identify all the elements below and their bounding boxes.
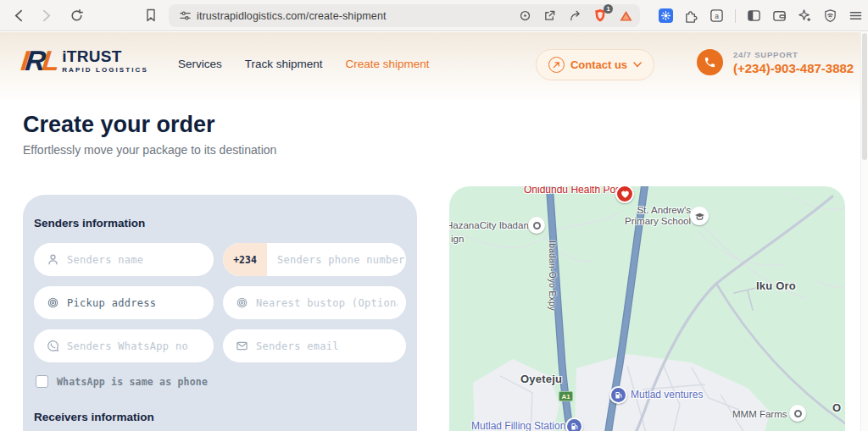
support-contact: 24/7 SUPPORT (+234)-903-487-3882	[697, 49, 854, 75]
support-label: 24/7 SUPPORT	[733, 50, 854, 59]
site-settings-icon[interactable]	[179, 9, 192, 22]
envelope-icon	[236, 340, 248, 352]
reload-button[interactable]	[70, 8, 84, 23]
toolbar-divider	[735, 9, 736, 23]
sidebar-toggle-icon[interactable]	[747, 8, 761, 23]
page-scrollbar[interactable]	[860, 31, 868, 431]
site-header: IRL iTRUST RAPID LOGISTICS Services Trac…	[0, 32, 868, 100]
settings-extension-icon[interactable]	[659, 8, 673, 23]
target-location-icon	[47, 296, 59, 309]
map-label-mmm-farms: MMM Farms	[732, 409, 787, 420]
senders-phone-input[interactable]	[267, 243, 406, 276]
open-in-new-icon[interactable]	[543, 9, 556, 22]
phone-prefix: +234	[223, 243, 267, 276]
google-map[interactable]: Onidundu Health Post St. Andrew'sPrimary…	[449, 186, 845, 431]
triangle-extension-icon[interactable]	[619, 9, 633, 23]
logo-wordmark: iTRUST RAPID LOGISTICS	[62, 48, 148, 74]
senders-name-field[interactable]	[34, 243, 214, 276]
extensions-bar: a	[659, 0, 863, 31]
vpn-shield-icon[interactable]	[823, 8, 837, 23]
senders-information-heading: Senders information	[34, 217, 406, 229]
page-subtitle: Effortlessly move your package to its de…	[23, 143, 276, 157]
wallet-icon[interactable]	[772, 8, 787, 23]
map-label-filling-station: Mutlad Filling Station	[471, 420, 565, 431]
brave-shield-icon[interactable]: 1	[593, 8, 607, 23]
shipment-form-card: Senders information +234	[23, 195, 417, 431]
senders-email-field[interactable]	[223, 329, 406, 362]
search-box-extension-icon[interactable]: a	[709, 8, 724, 23]
extensions-puzzle-icon[interactable]	[684, 8, 698, 23]
shield-badge: 1	[604, 4, 613, 14]
scrollbar-thumb[interactable]	[862, 33, 867, 160]
address-bar[interactable]: itrustrapidlogistics.com/create-shipment…	[169, 4, 640, 27]
site-logo[interactable]: IRL iTRUST RAPID LOGISTICS	[21, 47, 148, 75]
menu-hamburger-icon[interactable]	[849, 8, 863, 23]
whatsapp-same-row: WhatsApp is same as phone	[36, 375, 406, 388]
nearest-bustop-field[interactable]	[223, 286, 406, 319]
arrow-up-right-icon	[548, 57, 565, 73]
map-label-health-post: Onidundu Health Post	[524, 186, 623, 196]
phone-icon	[697, 49, 723, 75]
senders-whatsapp-field[interactable]	[34, 329, 214, 362]
receivers-information-heading: Receivers information	[34, 411, 406, 423]
logo-mark: IRL	[19, 47, 58, 75]
forward-button[interactable]	[39, 8, 53, 23]
chevron-down-icon	[633, 62, 642, 68]
filling-station-pin	[565, 417, 583, 431]
senders-email-input[interactable]	[256, 329, 398, 362]
person-icon	[47, 253, 59, 266]
mmm-farms-pin	[789, 405, 806, 422]
hazana-pin	[528, 217, 545, 234]
nav-create-shipment[interactable]: Create shipment	[346, 58, 430, 70]
browser-window: itrustrapidlogistics.com/create-shipment…	[0, 0, 868, 431]
bookmark-icon[interactable]	[144, 8, 159, 22]
search-ext-letter: a	[715, 12, 719, 20]
whatsapp-same-checkbox[interactable]	[36, 375, 48, 388]
support-phone-number[interactable]: (+234)-903-487-3882	[733, 61, 854, 75]
target-location-icon	[236, 296, 248, 309]
nav-services[interactable]: Services	[178, 58, 222, 70]
map-label-hazana: HazanaCity Ibadan	[449, 220, 529, 231]
map-label-iku-oro: Iku Oro	[756, 279, 796, 292]
main-nav: Services Track shipment Create shipment	[178, 58, 430, 70]
route-a1-shield: A1	[559, 391, 573, 401]
map-label-mutlad-ventures: Mutlad ventures	[631, 389, 703, 401]
whatsapp-icon	[47, 340, 59, 352]
pickup-address-field[interactable]	[34, 286, 214, 319]
senders-whatsapp-input[interactable]	[67, 329, 205, 362]
leo-ai-sparkle-icon[interactable]	[798, 8, 812, 23]
senders-phone-field[interactable]: +234	[223, 243, 406, 276]
map-label-oyeteju: Oyeteju	[520, 373, 562, 385]
share-icon[interactable]	[568, 9, 581, 22]
pickup-address-input[interactable]	[67, 286, 205, 319]
whatsapp-same-label: WhatsApp is same as phone	[57, 376, 208, 388]
page-content: IRL iTRUST RAPID LOGISTICS Services Trac…	[0, 32, 868, 431]
nearest-bustop-input[interactable]	[256, 286, 398, 319]
school-pin	[690, 207, 709, 225]
senders-name-input[interactable]	[67, 243, 205, 276]
page-title: Create your order	[23, 112, 215, 138]
map-label-school: St. Andrew'sPrimary School	[585, 205, 691, 227]
map-label-partial-o: O	[832, 401, 841, 414]
url-text: itrustrapidlogistics.com/create-shipment	[197, 10, 387, 22]
browser-toolbar: itrustrapidlogistics.com/create-shipment…	[0, 0, 868, 31]
contact-us-button[interactable]: Contact us	[536, 49, 654, 80]
senders-fields: +234	[34, 243, 406, 362]
map-road-label: Ibadan-Oyo Expy	[548, 240, 557, 311]
back-button[interactable]	[12, 8, 26, 23]
map-label-hazana-partial: ign	[451, 234, 464, 245]
nav-track-shipment[interactable]: Track shipment	[245, 58, 323, 70]
location-permission-icon[interactable]	[519, 9, 531, 22]
mutlad-ventures-pin	[609, 386, 627, 404]
